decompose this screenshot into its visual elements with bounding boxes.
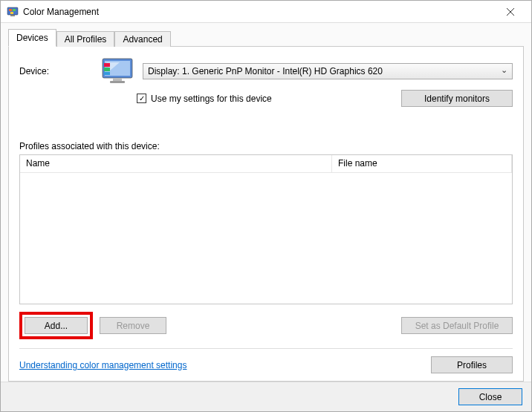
tab-all-profiles[interactable]: All Profiles	[56, 31, 115, 47]
set-default-profile-button: Set as Default Profile	[401, 317, 513, 334]
close-icon	[507, 8, 514, 16]
profiles-button[interactable]: Profiles	[431, 356, 513, 373]
svg-rect-12	[104, 72, 110, 75]
device-dropdown[interactable]: Display: 1. Generic PnP Monitor - Intel(…	[143, 63, 513, 79]
svg-rect-2	[13, 9, 16, 11]
profile-actions-row: Add... Remove Set as Default Profile	[19, 312, 513, 339]
tab-devices[interactable]: Devices	[8, 29, 56, 47]
checkbox-icon: ✓	[137, 94, 146, 103]
tab-strip: Devices All Profiles Advanced	[8, 29, 524, 47]
add-button-highlight: Add...	[19, 312, 93, 339]
svg-rect-11	[104, 68, 110, 71]
close-button[interactable]: Close	[458, 388, 522, 405]
tab-advanced[interactable]: Advanced	[114, 31, 170, 47]
device-subrow: ✓ Use my settings for this device Identi…	[137, 90, 513, 107]
profiles-list-header: Name File name	[20, 155, 512, 173]
svg-rect-4	[10, 15, 15, 16]
divider	[19, 348, 513, 349]
monitor-icon	[100, 57, 137, 85]
device-dropdown-text: Display: 1. Generic PnP Monitor - Intel(…	[148, 66, 383, 76]
profiles-section-label: Profiles associated with this device:	[19, 141, 513, 151]
svg-rect-13	[113, 78, 122, 81]
identify-monitors-button[interactable]: Identify monitors	[401, 90, 513, 107]
device-label: Device:	[19, 66, 94, 76]
column-header-filename[interactable]: File name	[332, 155, 512, 172]
color-management-dialog: Color Management Devices All Profiles Ad…	[0, 0, 532, 412]
use-my-settings-label: Use my settings for this device	[151, 94, 272, 104]
dialog-footer: Close	[1, 382, 531, 411]
profiles-list: Name File name	[19, 154, 513, 304]
profiles-list-body[interactable]	[20, 173, 512, 304]
window-title: Color Management	[23, 7, 496, 17]
window-close-button[interactable]	[496, 1, 525, 22]
device-row: Device: Display: 1. Generic PnP Monit	[19, 57, 513, 85]
bottom-row: Understanding color management settings …	[19, 356, 513, 373]
remove-button: Remove	[100, 317, 166, 334]
svg-rect-14	[110, 81, 125, 83]
use-my-settings-checkbox[interactable]: ✓ Use my settings for this device	[137, 94, 272, 104]
understanding-link[interactable]: Understanding color management settings	[19, 360, 186, 370]
chevron-down-icon: ⌄	[501, 65, 507, 75]
add-button[interactable]: Add...	[25, 317, 88, 334]
column-header-name[interactable]: Name	[20, 155, 332, 172]
svg-rect-3	[10, 12, 13, 14]
app-icon	[7, 6, 19, 18]
svg-rect-1	[9, 9, 12, 11]
titlebar: Color Management	[1, 1, 531, 23]
content-area: Devices All Profiles Advanced Device:	[1, 23, 531, 382]
svg-rect-10	[104, 63, 110, 67]
tab-pane-devices: Device: Display: 1. Generic PnP Monit	[8, 46, 524, 382]
